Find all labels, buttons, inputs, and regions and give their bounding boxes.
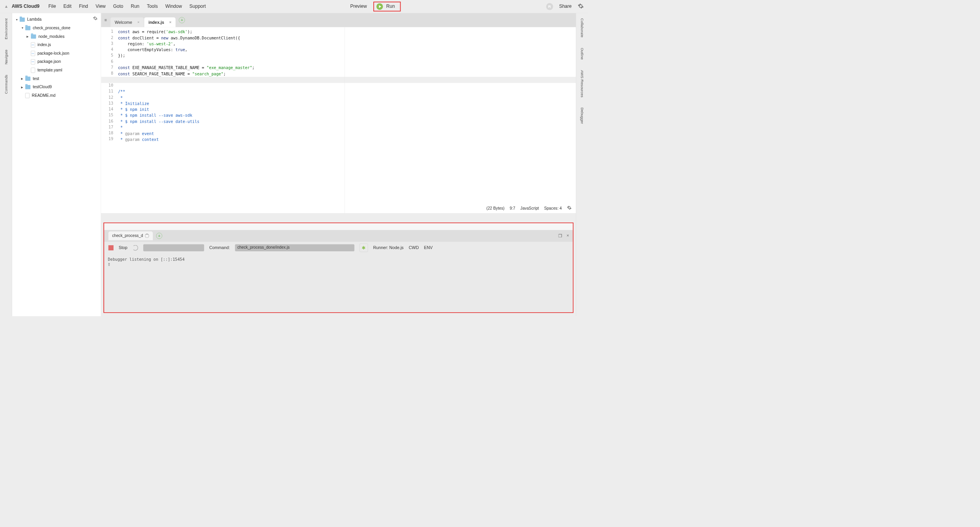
command-label: Command: <box>209 245 230 250</box>
command-input[interactable]: check_process_done/index.js <box>235 244 354 251</box>
tree-item[interactable]: ▶node_modules <box>12 32 101 41</box>
folder-icon <box>31 34 36 39</box>
rail-navigate[interactable]: Navigate <box>4 45 8 69</box>
console-header-strip <box>104 223 573 230</box>
file-icon <box>31 59 35 64</box>
rail-collaborate[interactable]: Collaborate <box>580 13 584 43</box>
rail-aws-resources[interactable]: AWS Resources <box>580 65 584 102</box>
tree-item[interactable]: ▶test <box>12 75 101 83</box>
console-tabs: check_process_d + ❐ × <box>104 230 573 242</box>
cwd-button[interactable]: CWD <box>409 245 419 250</box>
menu-view[interactable]: View <box>92 4 109 9</box>
spinner-icon <box>145 234 149 238</box>
rail-environment[interactable]: Environment <box>4 13 8 45</box>
file-tree: ▼Lambda▼check_process_done▶node_modulesi… <box>12 16 101 100</box>
stop-button[interactable]: Stop <box>119 245 127 250</box>
file-icon <box>25 93 30 98</box>
status-lang[interactable]: JavaScript <box>520 206 539 211</box>
tree-item-label: template.yaml <box>37 68 62 73</box>
tree-item[interactable]: template.yaml <box>12 66 101 75</box>
run-config-dropdown[interactable] <box>143 244 204 251</box>
tab-welcome[interactable]: Welcome × <box>110 17 144 27</box>
tree-item-label: check_process_done <box>33 26 70 30</box>
center-area: ≡ Welcome × index.js × + 123456789101112… <box>101 13 576 316</box>
tree-item[interactable]: package-lock.json <box>12 49 101 58</box>
left-rail: Environment Navigate Commands <box>0 13 12 316</box>
close-icon[interactable]: × <box>566 233 569 239</box>
env-button[interactable]: ENV <box>424 245 433 250</box>
tree-item[interactable]: README.md <box>12 91 101 100</box>
file-icon <box>31 68 35 73</box>
code-content[interactable]: const aws = require('aws-sdk');const doc… <box>116 27 576 213</box>
run-label: Run <box>386 4 395 9</box>
tree-item-label: README.md <box>32 93 56 98</box>
tree-item-label: testCloud9 <box>33 85 52 89</box>
menu-find[interactable]: Find <box>75 4 92 9</box>
caret-icon[interactable]: ▶ <box>27 35 30 38</box>
caret-icon[interactable]: ▼ <box>21 27 24 30</box>
code-editor[interactable]: 12345678910111213141516171819 const aws … <box>101 27 576 213</box>
close-icon[interactable]: × <box>169 20 172 25</box>
caret-icon[interactable]: ▶ <box>21 77 24 80</box>
brand: AWS Cloud9 <box>12 4 39 9</box>
runner-button[interactable]: Runner: Node.js <box>373 245 403 250</box>
close-icon[interactable]: × <box>137 20 140 25</box>
tree-item[interactable]: index.js <box>12 41 101 49</box>
tree-item-label: package.json <box>37 59 61 64</box>
console-panel: check_process_d + ❐ × Stop Command: chec… <box>103 223 573 313</box>
tabs-menu-icon[interactable]: ≡ <box>105 18 111 23</box>
rail-outline[interactable]: Outline <box>580 43 584 65</box>
status-bytes: (22 Bytes) <box>486 206 504 211</box>
tree-item-label: node_modules <box>38 34 64 39</box>
menu-support[interactable]: Support <box>186 4 209 9</box>
caret-icon[interactable]: ▶ <box>21 85 24 89</box>
tree-item-label: index.js <box>37 43 51 47</box>
sidebar-gear-icon[interactable] <box>93 16 98 21</box>
sidebar: ▼Lambda▼check_process_done▶node_modulesi… <box>12 13 101 316</box>
play-icon <box>376 3 383 10</box>
folder-icon <box>20 18 25 22</box>
caret-icon[interactable]: ▼ <box>16 18 19 21</box>
stop-icon[interactable] <box>108 245 114 250</box>
run-button[interactable]: Run <box>373 2 401 11</box>
bug-icon[interactable]: ✱ <box>360 244 368 252</box>
editor-tabs: ≡ Welcome × index.js × + <box>101 13 576 27</box>
status-spaces[interactable]: Spaces: 4 <box>544 206 562 211</box>
tab-add-button[interactable]: + <box>179 17 185 23</box>
reload-icon[interactable] <box>133 245 138 250</box>
gear-icon[interactable] <box>578 3 584 10</box>
console-output[interactable]: Debugger listening on [::]:15454 ▯ <box>104 254 573 312</box>
status-pos[interactable]: 9:7 <box>510 206 515 211</box>
folder-icon <box>25 26 30 30</box>
console-tab-add[interactable]: + <box>156 233 162 239</box>
menu-tools[interactable]: Tools <box>143 4 162 9</box>
console-tab[interactable]: check_process_d <box>108 231 153 240</box>
tab-label: Welcome <box>115 20 132 25</box>
console-tab-label: check_process_d <box>112 233 143 238</box>
rail-debugger[interactable]: Debugger <box>580 102 584 129</box>
tree-item[interactable]: ▼Lambda <box>12 16 101 24</box>
restore-icon[interactable]: ❐ <box>558 233 562 239</box>
tree-item-label: package-lock.json <box>37 51 69 56</box>
share-button[interactable]: Share <box>559 4 572 9</box>
menu-run[interactable]: Run <box>127 4 143 9</box>
avatar[interactable]: R <box>546 3 553 10</box>
menu-file[interactable]: File <box>44 4 60 9</box>
rail-commands[interactable]: Commands <box>4 69 8 99</box>
right-rail: Collaborate Outline AWS Resources Debugg… <box>576 13 588 316</box>
menu-toggle-icon[interactable]: ▲ <box>4 4 9 9</box>
tree-item[interactable]: ▼check_process_done <box>12 24 101 32</box>
menu-edit[interactable]: Edit <box>60 4 75 9</box>
tree-item-label: Lambda <box>27 17 42 22</box>
status-gear-icon[interactable] <box>567 205 572 211</box>
menu-goto[interactable]: Goto <box>109 4 127 9</box>
menu-window[interactable]: Window <box>162 4 186 9</box>
tab-indexjs[interactable]: index.js × <box>144 17 176 27</box>
folder-icon <box>25 85 30 89</box>
menubar: ▲ AWS Cloud9 File Edit Find View Goto Ru… <box>0 0 588 13</box>
file-icon <box>31 43 35 48</box>
tree-item[interactable]: ▶testCloud9 <box>12 83 101 91</box>
tree-item-label: test <box>33 77 39 81</box>
preview-button[interactable]: Preview <box>346 4 372 9</box>
tree-item[interactable]: package.json <box>12 58 101 66</box>
